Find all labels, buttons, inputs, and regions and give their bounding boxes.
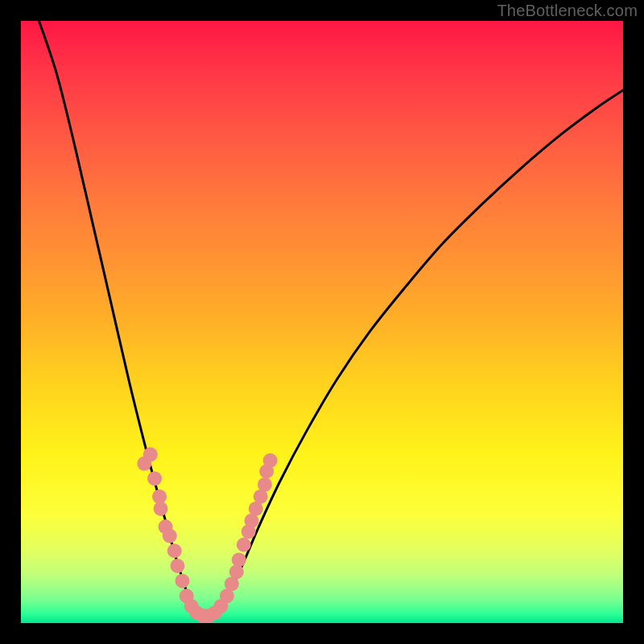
data-dot (163, 529, 177, 543)
data-dot (143, 448, 158, 462)
data-dot (237, 538, 251, 552)
data-dot (167, 543, 182, 558)
data-dot (263, 453, 278, 468)
data-dot (258, 477, 272, 492)
data-dot (147, 471, 162, 485)
bottleneck-curve (39, 21, 623, 618)
curve-svg (21, 21, 623, 623)
chart-container: TheBottleneck.com (0, 0, 644, 644)
data-dot (229, 564, 244, 579)
plot-area (21, 21, 623, 623)
data-dot (170, 559, 184, 573)
watermark-text: TheBottleneck.com (497, 2, 638, 20)
data-dot (154, 502, 168, 516)
data-dot (175, 574, 189, 588)
data-dot (232, 552, 246, 567)
